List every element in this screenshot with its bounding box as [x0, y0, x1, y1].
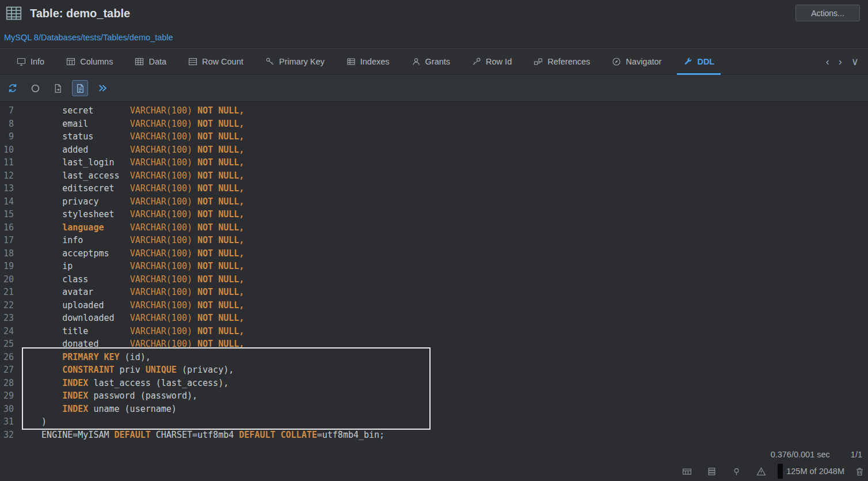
- line-number[interactable]: 9: [0, 130, 14, 143]
- code-line: 15 stylesheet VARCHAR(100) NOT NULL,: [0, 208, 868, 221]
- trash-icon[interactable]: [855, 467, 865, 476]
- line-number[interactable]: 8: [0, 118, 14, 131]
- tab-label: Row Count: [202, 57, 243, 66]
- breadcrumb-path-link[interactable]: MySQL 8/Databases/tests/Tables/demo_tabl…: [4, 33, 173, 42]
- tab-info[interactable]: Info: [6, 49, 55, 74]
- status-row-timing: 0.376/0.001 sec 1/1: [771, 447, 868, 462]
- line-number[interactable]: 12: [0, 169, 14, 183]
- line-number[interactable]: 24: [0, 325, 14, 338]
- line-number[interactable]: 14: [0, 195, 14, 209]
- rowid-icon: [472, 57, 481, 66]
- tab-label: Row Id: [486, 57, 512, 66]
- memory-widget[interactable]: 125M of 2048M: [778, 464, 855, 479]
- line-number[interactable]: 7: [0, 104, 14, 118]
- line-number[interactable]: 23: [0, 312, 14, 325]
- line-number[interactable]: 31: [0, 415, 14, 429]
- rowcount-icon: [188, 57, 197, 66]
- tab-grants[interactable]: Grants: [401, 49, 462, 74]
- tab-bar-tabs: InfoColumnsDataRow CountPrimary KeyIndex…: [6, 49, 725, 74]
- tab-label: Grants: [425, 57, 451, 66]
- info-icon: [17, 57, 26, 66]
- chevron-right-icon[interactable]: ›: [839, 56, 842, 67]
- ddl-icon: [683, 57, 692, 66]
- line-number[interactable]: 32: [0, 429, 14, 442]
- panel-icon[interactable]: [682, 467, 692, 476]
- line-number[interactable]: 25: [0, 338, 14, 351]
- code-line: 24 title VARCHAR(100) NOT NULL,: [0, 325, 868, 338]
- tab-bar: InfoColumnsDataRow CountPrimary KeyIndex…: [0, 48, 868, 75]
- code-line: 10 added VARCHAR(100) NOT NULL,: [0, 143, 868, 157]
- chevron-down-icon[interactable]: ∨: [851, 56, 859, 67]
- code-line: 9 status VARCHAR(100) NOT NULL,: [0, 130, 868, 143]
- refresh-button[interactable]: [5, 80, 21, 96]
- line-number[interactable]: 15: [0, 208, 14, 221]
- line-number[interactable]: 16: [0, 221, 14, 234]
- warning-icon[interactable]: [756, 467, 766, 476]
- tab-label: DDL: [697, 57, 714, 66]
- tab-label: Data: [149, 57, 166, 66]
- code-line: 8 email VARCHAR(100) NOT NULL,: [0, 118, 868, 131]
- tab-primary-key[interactable]: Primary Key: [254, 49, 336, 74]
- code-line: 11 last_login VARCHAR(100) NOT NULL,: [0, 156, 868, 169]
- code-line: 14 privacy VARCHAR(100) NOT NULL,: [0, 195, 868, 209]
- refresh-icon: [7, 83, 18, 93]
- line-number[interactable]: 17: [0, 234, 14, 247]
- code-line: 29 INDEX password (password),: [0, 389, 868, 403]
- result-position: 1/1: [851, 450, 862, 459]
- key-icon: [265, 57, 275, 66]
- execute-ddl-button[interactable]: [94, 80, 111, 96]
- line-number[interactable]: 11: [0, 156, 14, 169]
- line-number[interactable]: 26: [0, 351, 14, 364]
- tab-overflow-controls: ‹›∨: [817, 49, 868, 74]
- line-number[interactable]: 20: [0, 273, 14, 286]
- tab-row-id[interactable]: Row Id: [461, 49, 523, 74]
- double-chevron-icon: [97, 83, 108, 93]
- line-number[interactable]: 27: [0, 363, 14, 377]
- chevron-left-icon[interactable]: ‹: [826, 56, 829, 67]
- data-icon: [135, 57, 144, 66]
- tab-navigator[interactable]: Navigator: [601, 49, 672, 74]
- status-row-memory: 125M of 2048M: [682, 463, 868, 479]
- code-line: 27 CONSTRAINT priv UNIQUE (privacy),: [0, 363, 868, 377]
- tab-ddl[interactable]: DDL: [672, 49, 725, 74]
- line-number[interactable]: 29: [0, 389, 14, 403]
- ddl-editor[interactable]: 7 secret VARCHAR(100) NOT NULL,8 email V…: [0, 102, 868, 443]
- tab-row-count[interactable]: Row Count: [177, 49, 254, 74]
- line-number[interactable]: 13: [0, 182, 14, 195]
- stack-icon[interactable]: [707, 467, 717, 476]
- code-line: 16 language VARCHAR(100) NOT NULL,: [0, 221, 868, 234]
- code-line: 17 info VARCHAR(100) NOT NULL,: [0, 234, 868, 247]
- references-icon: [534, 57, 543, 66]
- window-header: Table: demo_table Actions...: [0, 0, 868, 26]
- code-line: 7 secret VARCHAR(100) NOT NULL,: [0, 104, 868, 118]
- stop-button[interactable]: [27, 80, 43, 96]
- line-number[interactable]: 30: [0, 403, 14, 416]
- code-line: 23 downloaded VARCHAR(100) NOT NULL,: [0, 312, 868, 325]
- code-line: 21 avatar VARCHAR(100) NOT NULL,: [0, 286, 868, 299]
- navigator-icon: [612, 57, 621, 66]
- table-grid-icon: [6, 5, 22, 21]
- tab-data[interactable]: Data: [124, 49, 177, 74]
- line-number[interactable]: 21: [0, 286, 14, 299]
- memory-usage-bar: [778, 464, 783, 479]
- editor-toolbar: [0, 75, 868, 102]
- line-number[interactable]: 19: [0, 260, 14, 273]
- tab-indexes[interactable]: Indexes: [336, 49, 401, 74]
- script-icon: [75, 84, 85, 93]
- save-to-file-button[interactable]: [50, 80, 66, 96]
- code-line: 20 class VARCHAR(100) NOT NULL,: [0, 273, 868, 286]
- edit-ddl-button[interactable]: [72, 80, 88, 96]
- line-number[interactable]: 22: [0, 299, 14, 312]
- line-number[interactable]: 28: [0, 377, 14, 390]
- page-title: Table: demo_table: [30, 7, 130, 20]
- code-line: 22 uploaded VARCHAR(100) NOT NULL,: [0, 299, 868, 312]
- plug-icon[interactable]: [732, 467, 741, 476]
- tab-references[interactable]: References: [523, 49, 601, 74]
- code-line: 18 acceptpms VARCHAR(100) NOT NULL,: [0, 247, 868, 260]
- tab-columns[interactable]: Columns: [55, 49, 124, 74]
- breadcrumb: MySQL 8/Databases/tests/Tables/demo_tabl…: [0, 26, 868, 48]
- actions-button[interactable]: Actions...: [795, 5, 860, 21]
- line-number[interactable]: 18: [0, 247, 14, 260]
- grants-icon: [412, 57, 421, 66]
- line-number[interactable]: 10: [0, 143, 14, 157]
